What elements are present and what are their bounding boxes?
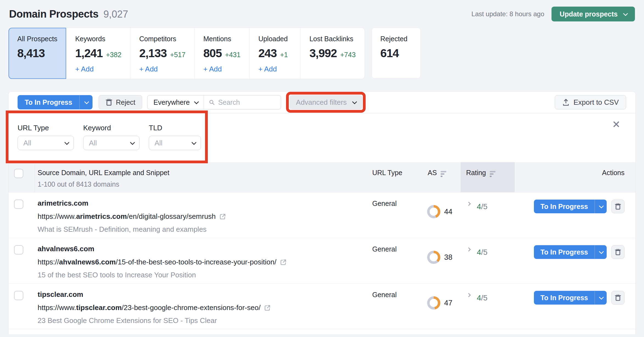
tab-delta-badge: +1 [280,51,288,59]
column-as-sort[interactable]: AS [422,162,461,192]
chevron-down-icon [84,99,89,104]
tab-label: All Prospects [17,35,57,43]
table-row: tipsclear.com https://www.tipsclear.com/… [9,284,635,329]
trash-icon [615,248,621,256]
row-delete-button[interactable] [611,245,625,259]
column-rating-sort[interactable]: Rating [461,162,515,192]
tab-label: Rejected [380,35,412,43]
trash-icon [615,203,621,210]
search-icon [209,99,215,106]
bulk-action-label: To In Progress [18,95,79,109]
update-prospects-button[interactable]: Update prospects [551,7,635,21]
export-to-csv-button[interactable]: Export to CSV [555,95,626,109]
external-link-icon[interactable] [264,304,271,311]
tab-all-prospects[interactable]: All Prospects 8,413 [9,28,66,79]
tab-label: Competitors [139,35,185,43]
add-mentions-link[interactable]: + Add [203,65,222,73]
tab-value: 8,413 [17,47,45,60]
rating-value: 4/5 [477,202,488,211]
row-to-in-progress-button[interactable]: To In Progress [534,291,607,305]
add-uploaded-link[interactable]: + Add [258,65,277,73]
search-scope-select[interactable]: Everywhere [147,95,204,109]
expand-rating-chevron-icon[interactable] [467,202,471,206]
tab-value: 614 [380,47,399,60]
external-link-icon[interactable] [219,213,226,220]
expand-rating-chevron-icon[interactable] [467,247,471,252]
chevron-down-icon [599,295,604,300]
row-delete-button[interactable] [611,200,625,213]
sort-icon [441,171,446,177]
bulk-action-dropdown[interactable] [79,95,93,109]
row-to-in-progress-button[interactable]: To In Progress [534,245,607,259]
close-filters-button[interactable] [612,120,620,128]
source-domain: ahvalnews6.com [38,245,372,253]
tab-label: Mentions [203,35,240,43]
chevron-down-icon [64,140,69,145]
search-input[interactable] [218,98,276,106]
url-type-value: General [372,284,422,329]
tab-value: 3,992 [309,47,337,60]
tab-mentions[interactable]: Mentions 805 +431 + Add [195,28,250,79]
row-to-in-progress-button[interactable]: To In Progress [534,200,607,213]
search-field [204,95,281,109]
tab-value: 243 [258,47,277,60]
authority-score-donut [427,205,440,218]
chevron-down-icon [623,11,628,16]
tab-lost-backlinks[interactable]: Lost Backlinks 3,992 +743 [301,28,364,79]
tab-delta-badge: +431 [225,51,240,59]
tab-keywords[interactable]: Keywords 1,241 +382 + Add [66,28,130,79]
row-checkbox[interactable] [14,245,23,255]
tab-uploaded[interactable]: Uploaded 243 +1 + Add [250,28,301,79]
url-snippet: What is SEMrush - Definition, meaning an… [38,225,372,234]
bulk-to-in-progress-button[interactable]: To In Progress [18,95,93,109]
keyword-filter-value: All [89,139,97,147]
advanced-filters-panel: URL Type All Keyword All [9,113,635,162]
tab-competitors[interactable]: Competitors 2,133 +517 + Add [130,28,194,79]
column-rating-label: Rating [466,169,486,177]
tab-delta-badge: +382 [106,51,121,59]
tab-rejected[interactable]: Rejected 614 [371,27,421,79]
table-header: Source Domain, URL Example and Snippet 1… [9,162,635,192]
select-all-checkbox[interactable] [14,169,23,178]
column-actions: Actions [515,162,635,192]
reject-button[interactable]: Reject [99,95,142,109]
advanced-filters-button[interactable]: Advanced filters [289,95,362,109]
column-source-domain: Source Domain, URL Example and Snippet [38,169,372,177]
rating-value: 4/5 [477,248,488,257]
row-checkbox[interactable] [14,291,23,300]
authority-score-donut [427,251,440,264]
tab-label: Uploaded [258,35,292,43]
row-action-dropdown[interactable] [595,291,607,305]
chevron-down-icon [130,140,135,145]
row-action-dropdown[interactable] [595,245,607,259]
tld-filter-select[interactable]: All [149,136,201,150]
table-toolbar: To In Progress Reject Every [9,92,635,113]
add-keywords-link[interactable]: + Add [75,65,94,73]
filters-annotation-box: URL Type All Keyword All [9,113,205,161]
prospects-card: To In Progress Reject Every [8,91,636,334]
advanced-filters-annotation-box: Advanced filters [289,95,362,109]
chevron-down-icon [599,203,604,208]
row-action-dropdown[interactable] [595,200,607,213]
url-snippet: 23 Best Google Chrome Extensions for SEO… [38,316,372,325]
url-type-filter-select[interactable]: All [18,136,74,150]
tab-value: 2,133 [139,47,167,60]
trash-icon [105,98,113,106]
expand-rating-chevron-icon[interactable] [467,293,471,297]
url-type-value: General [372,238,422,283]
domain-prospects-page: Domain Prospects 9,027 Last update: 8 ho… [0,6,644,334]
rating-value: 4/5 [477,294,488,302]
add-competitors-link[interactable]: + Add [139,65,158,73]
keyword-filter-select[interactable]: All [83,136,139,150]
url-type-value: General [372,192,422,238]
row-checkbox[interactable] [14,200,23,209]
external-link-icon[interactable] [280,259,287,266]
chevron-down-icon [599,249,604,254]
authority-score-donut [427,296,440,310]
chevron-down-icon [191,140,196,145]
tab-label: Keywords [75,35,121,43]
table-row: ahvalnews6.com https://ahvalnews6.com/15… [9,238,635,284]
page-header: Domain Prospects 9,027 Last update: 8 ho… [8,6,636,22]
url-type-filter-label: URL Type [18,124,74,132]
row-delete-button[interactable] [611,291,625,305]
